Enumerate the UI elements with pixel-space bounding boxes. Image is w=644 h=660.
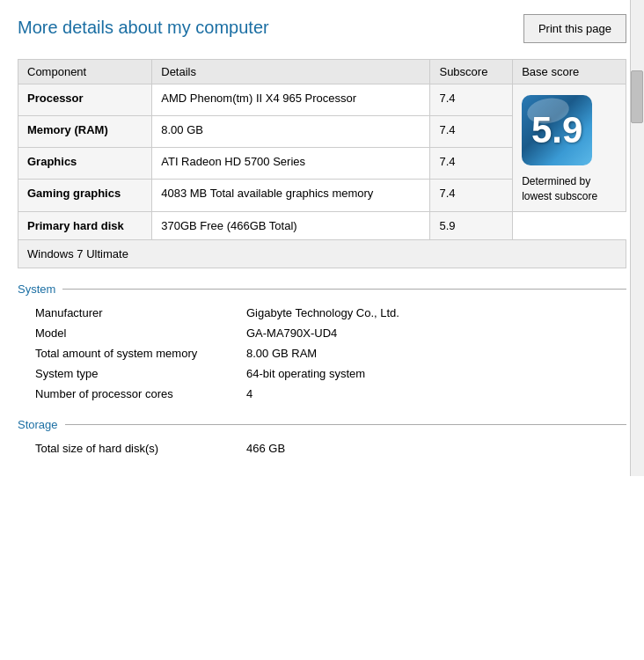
col-header-subscore: Subscore [430,60,513,84]
system-section-label: System [18,282,55,296]
table-row: Primary hard disk370GB Free (466GB Total… [18,211,626,239]
component-details: AMD Phenom(tm) II X4 965 Processor [152,84,430,116]
info-label: Total amount of system memory [18,343,229,363]
system-info-row: ManufacturerGigabyte Technology Co., Ltd… [18,303,626,323]
system-info-row: Total amount of system memory8.00 GB RAM [18,343,626,363]
system-section-header: System [18,282,626,296]
component-details: ATI Radeon HD 5700 Series [152,148,430,180]
component-details: 8.00 GB [152,116,430,148]
info-value: GA-MA790X-UD4 [229,323,626,343]
col-header-details: Details [152,60,430,84]
storage-section-label: Storage [18,418,58,431]
info-label: Total size of hard disk(s) [18,438,229,458]
storage-info-row: Total size of hard disk(s)466 GB [18,438,626,458]
info-value: 8.00 GB RAM [229,343,626,363]
system-info-row: ModelGA-MA790X-UD4 [18,323,626,343]
component-details: 4083 MB Total available graphics memory [152,180,430,211]
component-subscore: 7.4 [430,148,513,180]
component-label: Graphics [18,148,152,180]
system-section-line [62,289,626,290]
info-label: Number of processor cores [18,384,229,404]
determined-text: Determined by lowest subscore [522,174,617,204]
system-info-row: System type64-bit operating system [18,363,626,384]
info-value: 466 GB [229,438,626,458]
info-value: 4 [229,384,626,404]
scroll-thumb[interactable] [631,70,643,123]
details-table: Component Details Subscore Base score Pr… [18,59,626,268]
storage-section-header: Storage [18,418,626,431]
header: More details about my computer Print thi… [18,14,626,43]
col-header-component: Component [18,60,152,84]
storage-section-line [65,424,626,425]
component-subscore: 7.4 [430,180,513,211]
info-value: Gigabyte Technology Co., Ltd. [229,303,626,323]
base-score-cell: 5.9Determined by lowest subscore [513,84,626,212]
info-label: Model [18,323,229,343]
info-value: 64-bit operating system [229,363,626,384]
col-header-basescore: Base score [513,60,626,84]
info-label: Manufacturer [18,303,229,323]
scrollbar[interactable] [630,0,644,476]
system-info-row: Number of processor cores4 [18,384,626,404]
system-info-table: ManufacturerGigabyte Technology Co., Ltd… [18,303,626,404]
table-row: ProcessorAMD Phenom(tm) II X4 965 Proces… [18,84,626,116]
component-label: Primary hard disk [18,211,152,239]
print-button[interactable]: Print this page [523,14,626,43]
windows-edition: Windows 7 Ultimate [18,239,626,268]
component-subscore: 5.9 [430,211,513,239]
component-label: Processor [18,84,152,116]
component-label: Gaming graphics [18,180,152,211]
component-details: 370GB Free (466GB Total) [152,211,430,239]
component-subscore: 7.4 [430,116,513,148]
info-label: System type [18,363,229,384]
page-title: More details about my computer [18,18,269,38]
storage-info-table: Total size of hard disk(s)466 GB [18,438,626,458]
base-score-badge: 5.9 [522,95,592,165]
component-label: Memory (RAM) [18,116,152,148]
component-subscore: 7.4 [430,84,513,116]
